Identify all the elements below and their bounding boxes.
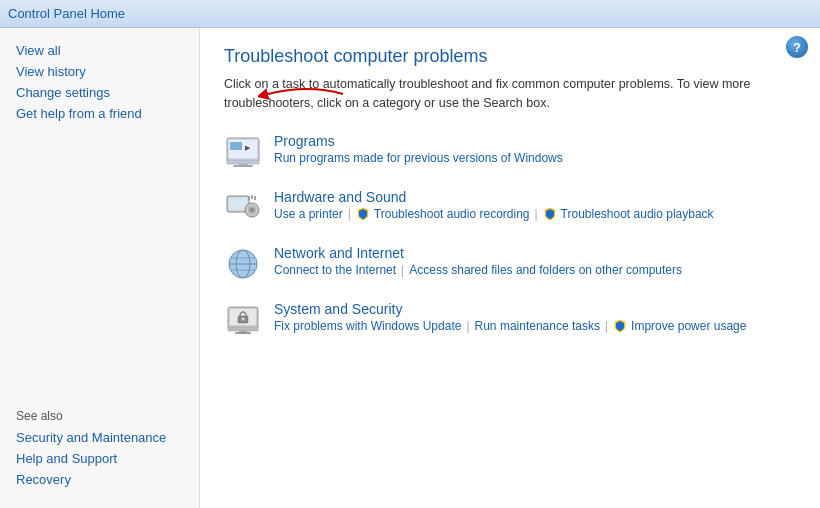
programs-icon: ▶ — [224, 133, 262, 171]
system-security-title[interactable]: System and Security — [274, 301, 746, 317]
main-layout: View all View history Change settings Ge… — [0, 28, 820, 508]
category-network-internet: Network and Internet Connect to the Inte… — [224, 245, 796, 283]
hardware-sound-title[interactable]: Hardware and Sound — [274, 189, 714, 205]
sidebar-link-view-history[interactable]: View history — [0, 61, 199, 82]
svg-rect-4 — [233, 165, 253, 167]
sidebar-link-view-all[interactable]: View all — [0, 40, 199, 61]
see-also-recovery[interactable]: Recovery — [16, 469, 183, 490]
hardware-sound-links: Use a printer | Troubleshoot audio recor… — [274, 207, 714, 221]
svg-rect-2 — [227, 160, 259, 164]
connect-internet-link[interactable]: Connect to the Internet — [274, 263, 396, 277]
svg-rect-24 — [235, 332, 251, 334]
sep4: | — [466, 319, 469, 333]
page-description: Click on a task to automatically trouble… — [224, 75, 796, 113]
programs-title[interactable]: Programs — [274, 133, 563, 149]
troubleshoot-recording-link[interactable]: Troubleshoot audio recording — [374, 207, 530, 221]
svg-rect-8 — [229, 198, 247, 210]
fix-windows-update-link[interactable]: Fix problems with Windows Update — [274, 319, 461, 333]
programs-content: Programs Run programs made for previous … — [274, 133, 563, 165]
access-shared-link[interactable]: Access shared files and folders on other… — [409, 263, 682, 277]
run-maintenance-link[interactable]: Run maintenance tasks — [475, 319, 600, 333]
sep1: | — [348, 207, 351, 221]
use-printer-link[interactable]: Use a printer — [274, 207, 343, 221]
svg-point-11 — [250, 208, 254, 212]
network-internet-title[interactable]: Network and Internet — [274, 245, 682, 261]
category-hardware-sound: Hardware and Sound Use a printer | Troub… — [224, 189, 796, 227]
svg-rect-5 — [230, 142, 242, 150]
category-programs: ▶ Programs Run programs made for previou… — [224, 133, 796, 171]
see-also-security[interactable]: Security and Maintenance — [16, 427, 183, 448]
sep3: | — [401, 263, 404, 277]
programs-links: Run programs made for previous versions … — [274, 151, 563, 165]
page-title: Troubleshoot computer problems — [224, 46, 796, 67]
category-list: ▶ Programs Run programs made for previou… — [224, 133, 796, 339]
help-button[interactable]: ? — [786, 36, 808, 58]
hardware-sound-content: Hardware and Sound Use a printer | Troub… — [274, 189, 714, 221]
system-security-links: Fix problems with Windows Update | Run m… — [274, 319, 746, 333]
svg-point-26 — [242, 317, 245, 320]
sidebar: View all View history Change settings Ge… — [0, 28, 200, 508]
sidebar-link-get-help[interactable]: Get help from a friend — [0, 103, 199, 124]
hardware-sound-icon — [224, 189, 262, 227]
top-bar: Control Panel Home — [0, 0, 820, 28]
improve-power-link[interactable]: Improve power usage — [631, 319, 746, 333]
shield-power-icon — [613, 319, 627, 333]
content-area: ? Troubleshoot computer problems Click o… — [200, 28, 820, 508]
run-programs-link[interactable]: Run programs made for previous versions … — [274, 151, 563, 165]
see-also-help-support[interactable]: Help and Support — [16, 448, 183, 469]
system-security-icon — [224, 301, 262, 339]
network-internet-icon — [224, 245, 262, 283]
sep5: | — [605, 319, 608, 333]
system-security-content: System and Security Fix problems with Wi… — [274, 301, 746, 333]
see-also-links: Security and Maintenance Help and Suppor… — [16, 423, 183, 490]
sidebar-nav: View all View history Change settings Ge… — [0, 40, 199, 140]
shield-recording-icon — [356, 207, 370, 221]
sep2: | — [534, 207, 537, 221]
troubleshoot-playback-link[interactable]: Troubleshoot audio playback — [561, 207, 714, 221]
svg-rect-22 — [228, 327, 258, 331]
network-internet-content: Network and Internet Connect to the Inte… — [274, 245, 682, 277]
see-also-label: See also — [16, 409, 63, 423]
category-system-security: System and Security Fix problems with Wi… — [224, 301, 796, 339]
breadcrumb-control-panel[interactable]: Control Panel Home — [8, 6, 125, 21]
see-also-section: See also Security and Maintenance Help a… — [0, 393, 199, 496]
network-internet-links: Connect to the Internet | Access shared … — [274, 263, 682, 277]
sidebar-link-change-settings[interactable]: Change settings — [0, 82, 199, 103]
view-all-label: View all — [16, 43, 61, 58]
shield-playback-icon — [543, 207, 557, 221]
